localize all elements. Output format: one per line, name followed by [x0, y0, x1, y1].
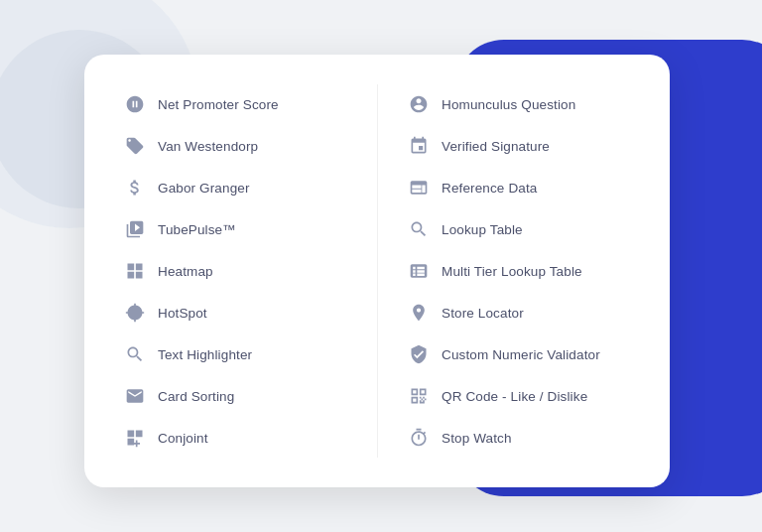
menu-item-van-westendorp[interactable]: Van Westendorp [114, 126, 377, 166]
menu-item-homunculus-question[interactable]: Homunculus Question [398, 84, 640, 124]
menu-label-card-sorting: Card Sorting [158, 389, 234, 404]
menu-item-lookup-table[interactable]: Lookup Table [398, 209, 640, 249]
menu-label-stop-watch: Stop Watch [442, 431, 512, 446]
main-card: Net Promoter ScoreVan WestendorpGabor Gr… [84, 55, 670, 487]
menu-item-tubepulse[interactable]: TubePulse™ [114, 209, 377, 249]
menu-label-lookup-table: Lookup Table [442, 222, 523, 237]
menu-label-heatmap: Heatmap [158, 264, 213, 279]
qr-code-icon [408, 385, 430, 407]
menu-label-verified-signature: Verified Signature [442, 139, 550, 154]
menu-item-custom-numeric-validator[interactable]: Custom Numeric Validator [398, 334, 640, 374]
conjoint-icon [124, 427, 146, 449]
lookup-table-icon [408, 218, 430, 240]
net-promoter-score-icon [124, 93, 146, 115]
menu-label-conjoint: Conjoint [158, 431, 208, 446]
menu-label-multi-tier-lookup: Multi Tier Lookup Table [442, 264, 582, 279]
menu-label-reference-data: Reference Data [442, 181, 537, 196]
menu-label-net-promoter-score: Net Promoter Score [158, 97, 279, 112]
custom-numeric-validator-icon [408, 343, 430, 365]
text-highlighter-icon [124, 343, 146, 365]
verified-signature-icon [408, 135, 430, 157]
stop-watch-icon [408, 427, 430, 449]
menu-item-gabor-granger[interactable]: Gabor Granger [114, 168, 377, 207]
store-locator-icon [408, 302, 430, 324]
menu-label-hotspot: HotSpot [158, 306, 207, 321]
menu-item-stop-watch[interactable]: Stop Watch [398, 418, 640, 458]
multi-tier-lookup-icon [408, 260, 430, 282]
menu-item-qr-code[interactable]: QR Code - Like / Dislike [398, 376, 640, 416]
menu-label-gabor-granger: Gabor Granger [158, 181, 250, 196]
menu-label-van-westendorp: Van Westendorp [158, 139, 258, 154]
left-column: Net Promoter ScoreVan WestendorpGabor Gr… [114, 84, 377, 458]
menu-label-qr-code: QR Code - Like / Dislike [442, 389, 587, 404]
menu-item-hotspot[interactable]: HotSpot [114, 293, 377, 332]
menu-label-custom-numeric-validator: Custom Numeric Validator [442, 347, 600, 362]
reference-data-icon [408, 177, 430, 199]
heatmap-icon [124, 260, 146, 282]
homunculus-question-icon [408, 93, 430, 115]
menu-item-text-highlighter[interactable]: Text Highlighter [114, 334, 377, 374]
menu-item-heatmap[interactable]: Heatmap [114, 251, 377, 291]
hotspot-icon [124, 302, 146, 324]
card-sorting-icon [124, 385, 146, 407]
menu-item-card-sorting[interactable]: Card Sorting [114, 376, 377, 416]
menu-label-homunculus-question: Homunculus Question [442, 97, 575, 112]
right-column: Homunculus QuestionVerified SignatureRef… [377, 84, 640, 458]
menu-item-verified-signature[interactable]: Verified Signature [398, 126, 640, 166]
van-westendorp-icon [124, 135, 146, 157]
menu-item-conjoint[interactable]: Conjoint [114, 418, 377, 458]
menu-item-store-locator[interactable]: Store Locator [398, 293, 640, 332]
menu-item-multi-tier-lookup[interactable]: Multi Tier Lookup Table [398, 251, 640, 291]
menu-item-reference-data[interactable]: Reference Data [398, 168, 640, 207]
menu-label-text-highlighter: Text Highlighter [158, 347, 252, 362]
menu-item-net-promoter-score[interactable]: Net Promoter Score [114, 84, 377, 124]
tubepulse-icon [124, 218, 146, 240]
menu-label-store-locator: Store Locator [442, 306, 524, 321]
menu-label-tubepulse: TubePulse™ [158, 222, 236, 237]
gabor-granger-icon [124, 177, 146, 199]
